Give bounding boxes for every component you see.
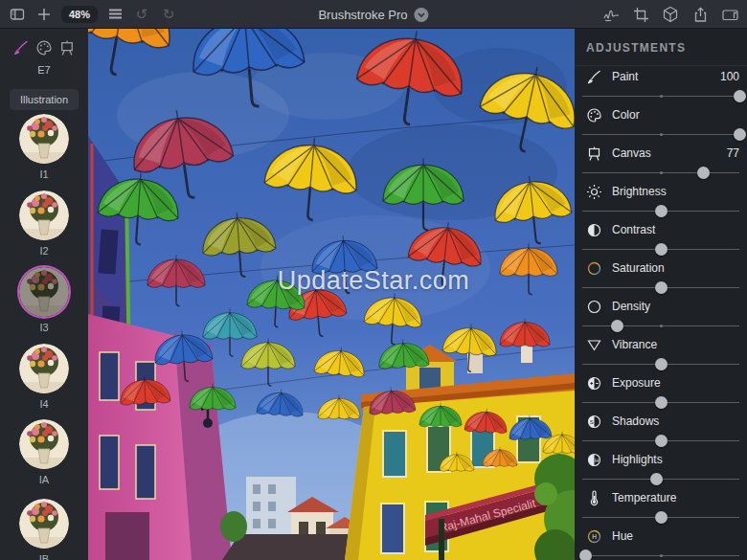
- artwork-image: Raj-Mahal Specialit: [88, 29, 575, 560]
- adjustment-label-line: Paint 100: [586, 68, 739, 85]
- add-icon[interactable]: [34, 5, 54, 24]
- adjustment-name: Exposure: [612, 376, 730, 390]
- adjustment-name: Brightness: [612, 185, 730, 198]
- adjustment-label-line: Canvas 77: [586, 145, 739, 162]
- adjustment-name: Paint: [612, 70, 711, 83]
- crop-icon[interactable]: [631, 5, 650, 24]
- slider-handle[interactable]: [579, 549, 592, 560]
- adjustment-name: Color: [612, 108, 730, 122]
- adjustment-name: Shadows: [612, 414, 730, 428]
- brush-icon: [586, 69, 602, 85]
- adjustment-name: Canvas: [612, 146, 717, 160]
- sun-icon: [586, 184, 602, 200]
- preset-thumbnail-label: I1: [0, 168, 88, 180]
- preset-thumbnail-label: IB: [0, 553, 88, 560]
- adjustment-label-line: Vibrance: [586, 336, 739, 353]
- redo-icon[interactable]: ↻: [159, 5, 178, 24]
- slider-track[interactable]: [582, 440, 739, 442]
- toolbar-right: [601, 0, 739, 29]
- adjustment-label-line: Contrast: [586, 221, 739, 238]
- category-button[interactable]: Illustration: [10, 89, 79, 110]
- sidebar: E7 Illustration I1 I2 I3: [0, 29, 88, 560]
- density-icon: [586, 299, 602, 315]
- adjustment-row-paint: Paint 100: [575, 60, 747, 99]
- adjustment-label-line: Density: [586, 298, 739, 315]
- preset-thumbnail-IA[interactable]: [19, 419, 69, 469]
- adjustment-name: Vibrance: [612, 338, 730, 351]
- slider-track[interactable]: [582, 479, 739, 481]
- slider-track[interactable]: [582, 517, 739, 519]
- palette-icon: [586, 107, 602, 123]
- palette-icon[interactable]: [34, 38, 54, 57]
- slider-center-tick: [660, 171, 663, 174]
- adjustment-row-shadows: S Shadows: [575, 405, 747, 443]
- menu-icon[interactable]: [105, 5, 124, 24]
- adjustment-row-hue: H Hue: [575, 520, 747, 558]
- adjustments-panel: ADJUSTMENTS Paint 100 Color Canvas 77: [575, 29, 747, 560]
- chevron-down-icon: [415, 8, 429, 22]
- preset-thumbnail-I3[interactable]: [19, 267, 69, 317]
- toolbar-left: 48% ↺ ↻: [0, 5, 178, 24]
- adjustment-row-highlights: H Highlights: [575, 443, 747, 482]
- signature-icon[interactable]: [601, 5, 621, 24]
- preset-thumbnail-I4[interactable]: [19, 344, 69, 393]
- adjustment-row-contrast: Contrast: [575, 213, 747, 252]
- adjustment-name: Saturation: [612, 261, 730, 275]
- slider-center-tick: [660, 325, 663, 327]
- slider-track[interactable]: [582, 96, 739, 98]
- preset-thumbnail-I1[interactable]: [19, 114, 69, 164]
- slider-track[interactable]: [582, 211, 739, 213]
- preset-thumbnail-label: I3: [0, 322, 88, 333]
- display-icon[interactable]: [720, 5, 739, 24]
- easel-icon[interactable]: [57, 38, 77, 57]
- temperature-icon: [586, 490, 602, 506]
- brush-icon[interactable]: [11, 38, 31, 57]
- slider-track[interactable]: [582, 134, 739, 136]
- share-icon[interactable]: [690, 5, 710, 24]
- zoom-level[interactable]: 48%: [61, 6, 98, 23]
- highlights-icon: H: [586, 452, 602, 468]
- slider-track[interactable]: [582, 364, 739, 366]
- adjustment-label-line: Saturation: [586, 259, 739, 277]
- slider-track[interactable]: [582, 287, 739, 289]
- svg-text:H: H: [592, 532, 597, 539]
- adjustment-label-line: S Shadows: [586, 413, 739, 430]
- adjustment-row-canvas: Canvas 77: [575, 137, 747, 175]
- easel-icon: [586, 146, 602, 162]
- contrast-icon: [586, 222, 602, 238]
- toolbar: 48% ↺ ↻ Brushstroke Pro: [0, 0, 747, 29]
- slider-track[interactable]: [582, 249, 739, 251]
- exposure-icon: [586, 375, 602, 392]
- svg-text:H: H: [595, 457, 599, 462]
- adjustment-value: 77: [727, 146, 739, 160]
- slider-center-tick: [660, 554, 663, 557]
- slider-track[interactable]: [582, 325, 739, 327]
- preset-thumbnail-I2[interactable]: [19, 190, 69, 240]
- adjustment-name: Highlights: [612, 453, 730, 466]
- app-title: Brushstroke Pro: [318, 8, 407, 22]
- vibrance-icon: [586, 337, 602, 353]
- app-title-dropdown[interactable]: Brushstroke Pro: [318, 0, 428, 29]
- preset-thumbnail-IB[interactable]: [19, 499, 69, 549]
- panel-toggle-icon[interactable]: [8, 5, 27, 24]
- adjustment-name: Temperature: [612, 491, 730, 504]
- adjustment-row-color: Color: [575, 99, 747, 137]
- shadows-icon: S: [586, 414, 602, 430]
- adjustment-name: Hue: [612, 529, 730, 543]
- slider-track[interactable]: [582, 172, 739, 174]
- adjustment-row-vibrance: Vibrance: [575, 328, 747, 367]
- slider-center-tick: [660, 95, 663, 98]
- editing-canvas[interactable]: Raj-Mahal Specialit: [88, 29, 575, 560]
- adjustment-name: Contrast: [612, 223, 730, 236]
- preset-thumbnail-label: I4: [0, 398, 88, 410]
- saturation-icon: [586, 260, 602, 277]
- package-icon[interactable]: [661, 5, 680, 24]
- slider-track[interactable]: [582, 402, 739, 404]
- adjustment-value: 100: [720, 70, 739, 83]
- undo-icon[interactable]: ↺: [132, 5, 151, 24]
- adjustment-label-line: Temperature: [586, 489, 739, 506]
- preset-code: E7: [0, 64, 88, 76]
- slider-track[interactable]: [582, 555, 739, 557]
- app-window: 48% ↺ ↻ Brushstroke Pro: [0, 0, 747, 560]
- adjustment-label-line: Brightness: [586, 183, 739, 200]
